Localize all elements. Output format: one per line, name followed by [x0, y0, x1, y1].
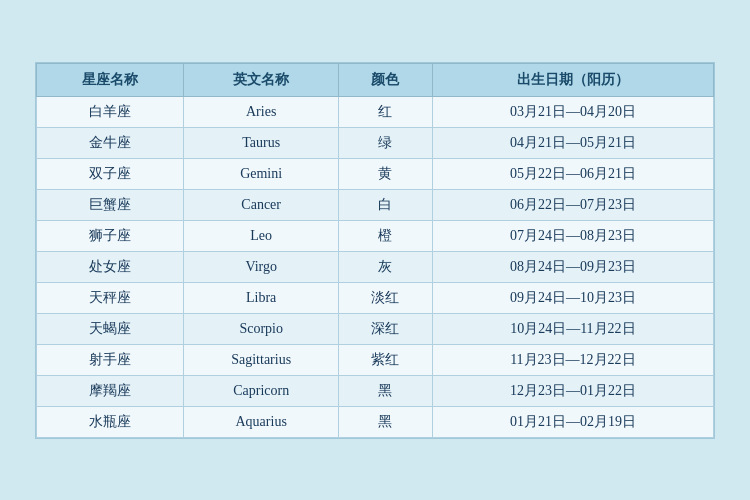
cell-chinese: 天蝎座: [37, 313, 184, 344]
cell-chinese: 狮子座: [37, 220, 184, 251]
cell-dates: 08月24日—09月23日: [432, 251, 713, 282]
table-row: 摩羯座Capricorn黑12月23日—01月22日: [37, 375, 714, 406]
cell-color: 白: [339, 189, 433, 220]
cell-dates: 10月24日—11月22日: [432, 313, 713, 344]
table-row: 射手座Sagittarius紫红11月23日—12月22日: [37, 344, 714, 375]
zodiac-table: 星座名称 英文名称 颜色 出生日期（阳历） 白羊座Aries红03月21日—04…: [36, 63, 714, 438]
cell-chinese: 天秤座: [37, 282, 184, 313]
cell-color: 黄: [339, 158, 433, 189]
cell-chinese: 双子座: [37, 158, 184, 189]
table-row: 天蝎座Scorpio深红10月24日—11月22日: [37, 313, 714, 344]
cell-english: Scorpio: [184, 313, 339, 344]
cell-english: Taurus: [184, 127, 339, 158]
cell-dates: 09月24日—10月23日: [432, 282, 713, 313]
table-row: 水瓶座Aquarius黑01月21日—02月19日: [37, 406, 714, 437]
cell-chinese: 巨蟹座: [37, 189, 184, 220]
cell-dates: 03月21日—04月20日: [432, 96, 713, 127]
cell-english: Cancer: [184, 189, 339, 220]
cell-chinese: 水瓶座: [37, 406, 184, 437]
table-row: 双子座Gemini黄05月22日—06月21日: [37, 158, 714, 189]
cell-dates: 05月22日—06月21日: [432, 158, 713, 189]
cell-english: Sagittarius: [184, 344, 339, 375]
cell-color: 黑: [339, 406, 433, 437]
cell-dates: 04月21日—05月21日: [432, 127, 713, 158]
table-row: 金牛座Taurus绿04月21日—05月21日: [37, 127, 714, 158]
col-header-dates: 出生日期（阳历）: [432, 63, 713, 96]
cell-dates: 12月23日—01月22日: [432, 375, 713, 406]
col-header-color: 颜色: [339, 63, 433, 96]
zodiac-table-container: 星座名称 英文名称 颜色 出生日期（阳历） 白羊座Aries红03月21日—04…: [35, 62, 715, 439]
cell-color: 黑: [339, 375, 433, 406]
cell-english: Leo: [184, 220, 339, 251]
cell-chinese: 摩羯座: [37, 375, 184, 406]
cell-color: 橙: [339, 220, 433, 251]
table-row: 天秤座Libra淡红09月24日—10月23日: [37, 282, 714, 313]
col-header-chinese: 星座名称: [37, 63, 184, 96]
cell-dates: 06月22日—07月23日: [432, 189, 713, 220]
cell-color: 淡红: [339, 282, 433, 313]
cell-chinese: 白羊座: [37, 96, 184, 127]
col-header-english: 英文名称: [184, 63, 339, 96]
cell-chinese: 射手座: [37, 344, 184, 375]
cell-chinese: 金牛座: [37, 127, 184, 158]
table-header-row: 星座名称 英文名称 颜色 出生日期（阳历）: [37, 63, 714, 96]
cell-english: Gemini: [184, 158, 339, 189]
cell-english: Capricorn: [184, 375, 339, 406]
cell-dates: 07月24日—08月23日: [432, 220, 713, 251]
cell-dates: 11月23日—12月22日: [432, 344, 713, 375]
cell-dates: 01月21日—02月19日: [432, 406, 713, 437]
cell-color: 紫红: [339, 344, 433, 375]
table-row: 巨蟹座Cancer白06月22日—07月23日: [37, 189, 714, 220]
table-row: 白羊座Aries红03月21日—04月20日: [37, 96, 714, 127]
cell-chinese: 处女座: [37, 251, 184, 282]
cell-english: Virgo: [184, 251, 339, 282]
cell-color: 绿: [339, 127, 433, 158]
cell-english: Libra: [184, 282, 339, 313]
cell-color: 深红: [339, 313, 433, 344]
table-row: 狮子座Leo橙07月24日—08月23日: [37, 220, 714, 251]
cell-english: Aries: [184, 96, 339, 127]
table-body: 白羊座Aries红03月21日—04月20日金牛座Taurus绿04月21日—0…: [37, 96, 714, 437]
cell-color: 红: [339, 96, 433, 127]
table-row: 处女座Virgo灰08月24日—09月23日: [37, 251, 714, 282]
cell-color: 灰: [339, 251, 433, 282]
cell-english: Aquarius: [184, 406, 339, 437]
